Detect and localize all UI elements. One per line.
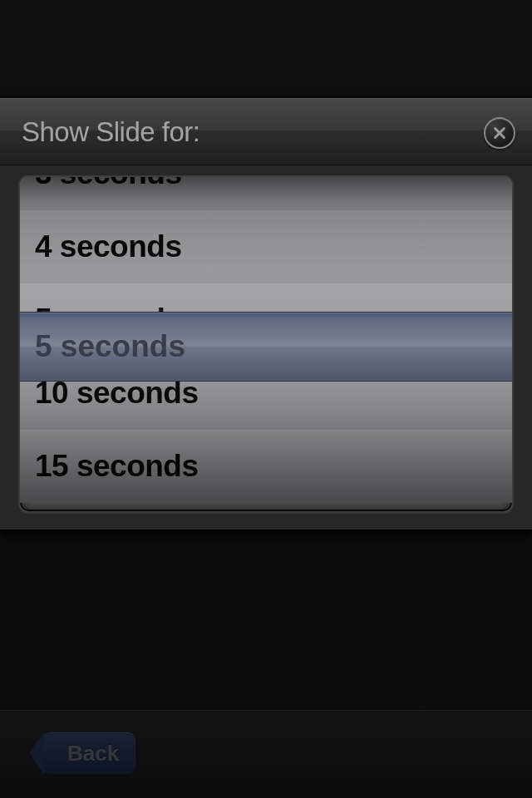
- close-icon: [492, 126, 507, 140]
- picker-option-label: 3 seconds: [35, 175, 181, 191]
- picker-option[interactable]: 3 seconds: [20, 175, 512, 210]
- back-button-label: Back: [67, 741, 119, 766]
- bottom-toolbar: Back: [0, 710, 532, 798]
- sheet-title: Show Slide for:: [22, 116, 200, 148]
- picker-option-label: 4 seconds: [35, 229, 181, 264]
- picker-sheet: Show Slide for: 3 seconds 4 seconds 5 se…: [0, 98, 532, 530]
- sheet-header: Show Slide for:: [0, 99, 532, 165]
- picker-option[interactable]: 15 seconds: [20, 430, 512, 503]
- duration-picker[interactable]: 3 seconds 4 seconds 5 seconds 10 seconds…: [18, 175, 514, 513]
- picker-option-label: 15 seconds: [35, 449, 199, 484]
- back-button[interactable]: Back: [42, 732, 136, 775]
- close-button[interactable]: [484, 117, 515, 149]
- picker-selection-band: [20, 312, 512, 382]
- picker-option[interactable]: 4 seconds: [20, 210, 512, 283]
